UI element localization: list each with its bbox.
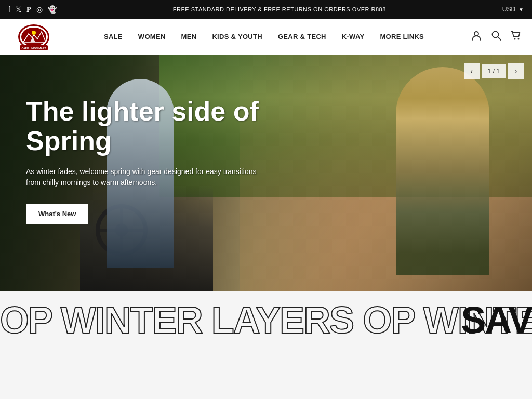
- hero-section: The lighter side of Spring As winter fad…: [0, 55, 532, 291]
- svg-point-5: [32, 31, 36, 35]
- pinterest-icon[interactable]: 𝐏: [26, 5, 31, 14]
- hero-cta-button[interactable]: What's New: [26, 204, 88, 224]
- scroll-text-solid: SAV: [461, 299, 532, 341]
- carousel-total: 1: [496, 68, 500, 75]
- hero-subtitle: As winter fades, welcome spring with gea…: [26, 166, 265, 188]
- search-icon[interactable]: [490, 30, 502, 44]
- nav-item-men[interactable]: MEN: [181, 33, 197, 41]
- carousel-next-button[interactable]: ›: [508, 63, 524, 79]
- nav-item-kids-youth[interactable]: KIDS & YOUTH: [212, 33, 262, 41]
- account-icon[interactable]: [471, 30, 482, 44]
- logo-svg: CAPE UNION MART: [16, 22, 52, 51]
- svg-point-12: [518, 38, 520, 40]
- nav-item-women[interactable]: WOMEN: [138, 33, 166, 41]
- instagram-icon[interactable]: ◎: [36, 5, 43, 14]
- svg-text:CAPE UNION MART: CAPE UNION MART: [21, 47, 46, 50]
- main-nav: SALE WOMEN MEN KIDS & YOUTH GEAR & TECH …: [57, 33, 471, 41]
- nav-item-k-way[interactable]: K-WAY: [342, 33, 365, 41]
- logo[interactable]: CAPE UNION MART: [10, 22, 57, 51]
- social-icons: f 𝕏 𝐏 ◎ 👻: [8, 5, 57, 14]
- svg-line-10: [498, 37, 501, 40]
- nav-item-sale[interactable]: SALE: [104, 33, 123, 41]
- twitter-icon[interactable]: 𝕏: [16, 5, 21, 14]
- facebook-icon[interactable]: f: [8, 5, 10, 14]
- svg-point-11: [514, 38, 516, 40]
- header: CAPE UNION MART SALE WOMEN MEN KIDS & YO…: [0, 19, 532, 55]
- carousel-prev-button[interactable]: ‹: [464, 63, 480, 79]
- header-actions: [471, 30, 522, 44]
- carousel-controls: ‹ 1 / 1 ›: [464, 63, 524, 79]
- svg-point-8: [474, 32, 478, 36]
- cart-icon[interactable]: [510, 30, 522, 44]
- currency-dropdown-arrow: ▼: [518, 7, 524, 12]
- svg-point-2: [21, 28, 46, 46]
- carousel-current: 1: [488, 68, 491, 75]
- nav-item-gear-tech[interactable]: GEAR & TECH: [278, 33, 326, 41]
- currency-selector[interactable]: USD ▼: [502, 6, 524, 13]
- scroll-banner: OP WINTER LAYERS OP WINTER LAYERS SAV: [0, 291, 532, 349]
- hero-title: The lighter side of Spring: [26, 97, 296, 156]
- currency-label: USD: [502, 6, 515, 13]
- hero-content: The lighter side of Spring As winter fad…: [26, 97, 296, 224]
- promo-banner-text: FREE STANDARD DELIVERY & FREE RETURNS ON…: [57, 6, 502, 12]
- scroll-text-outline: OP WINTER LAYERS OP WINTER LAYERS: [0, 299, 532, 341]
- snapchat-icon[interactable]: 👻: [48, 5, 57, 14]
- hero-person-passenger: [396, 67, 489, 275]
- top-bar: f 𝕏 𝐏 ◎ 👻 FREE STANDARD DELIVERY & FREE …: [0, 0, 532, 19]
- nav-item-more-links[interactable]: MORE LINKS: [380, 33, 424, 41]
- carousel-counter: 1 / 1: [482, 64, 506, 78]
